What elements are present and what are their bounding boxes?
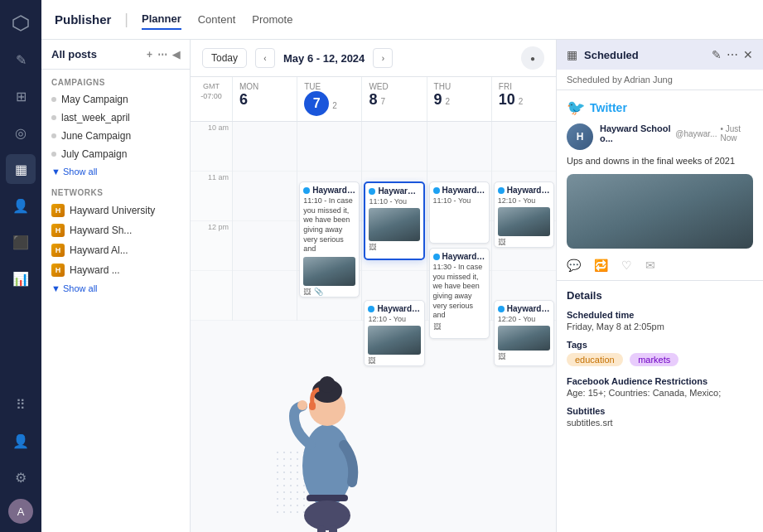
day-cell — [362, 122, 426, 172]
tags-label: Tags — [567, 340, 753, 350]
view-settings[interactable]: ● — [521, 46, 544, 70]
campaign-dot — [51, 133, 56, 138]
day-header-mon: Mon 6 — [232, 77, 297, 121]
network-icon: H — [51, 224, 65, 237]
gmt-label: GMT-07:00 — [191, 77, 232, 121]
panel-close-icon[interactable]: ✕ — [743, 48, 753, 61]
card-title: Hayward Un... — [442, 186, 485, 195]
event-card-thu-1[interactable]: Hayward Un... 11:10 - You — [429, 181, 490, 244]
right-panel: ▦ Scheduled ✎ ⋯ ✕ Scheduled by Adrian Ju… — [556, 40, 763, 532]
tab-content[interactable]: Content — [198, 10, 236, 29]
next-button[interactable]: › — [373, 48, 393, 68]
card-title: Hayward Un... — [312, 186, 355, 195]
calendar-grid: GMT-07:00 Mon 6 Tue 7 2 Wed — [191, 77, 556, 532]
event-card-thu-2[interactable]: Hayward Un... 11:30 - In case you missed… — [429, 248, 490, 339]
time-slot: 11 am — [191, 172, 232, 221]
calendar-area: Today ‹ May 6 - 12, 2024 › ● GMT-07:00 M… — [191, 40, 556, 532]
campaign-dot — [51, 152, 56, 157]
networks-show-all[interactable]: ▼ Show all — [41, 280, 190, 297]
tags-container: education markets — [567, 351, 753, 368]
filter-sidebar: All posts + ⋯ ◀ CAMPAIGNS May Campaign l… — [41, 40, 191, 532]
tweet-time: • Just Now — [720, 124, 753, 143]
calendar-icon[interactable]: ▦ — [6, 154, 36, 184]
panel-more-icon[interactable]: ⋯ — [727, 48, 738, 61]
scheduled-by: Scheduled by Adrian Jung — [557, 70, 763, 90]
logo-icon[interactable] — [6, 8, 36, 38]
network-item[interactable]: H Hayward ... — [41, 260, 190, 280]
campaign-item[interactable]: June Campaign — [41, 127, 190, 145]
tweet-like-icon[interactable]: ♡ — [621, 259, 632, 272]
time-slot: 12 pm — [191, 221, 232, 271]
tab-planner[interactable]: Planner — [142, 9, 181, 30]
card-image-icon: 🖼 — [498, 238, 505, 246]
user-avatar[interactable]: A — [8, 499, 33, 524]
card-title: Hayward Un... — [507, 186, 550, 195]
card-time: 12:20 - You — [498, 315, 550, 323]
panel-title-row: ▦ Scheduled — [567, 48, 639, 61]
grid-icon[interactable]: ⊞ — [6, 81, 36, 111]
settings-icon[interactable]: ⚙ — [6, 462, 36, 492]
tag-education[interactable]: education — [567, 353, 623, 366]
nav-divider: | — [124, 11, 128, 28]
card-footer: 🖼 — [498, 352, 550, 360]
campaign-item[interactable]: July Campaign — [41, 145, 190, 163]
user-icon[interactable]: 👤 — [6, 426, 36, 456]
card-title: Hayward Un... — [377, 304, 420, 313]
filter-header: All posts + ⋯ ◀ — [41, 40, 190, 70]
filter-collapse-icon[interactable]: ◀ — [172, 49, 180, 60]
card-footer: 🖼 — [369, 243, 419, 251]
campaign-item[interactable]: last_week_april — [41, 109, 190, 127]
chart-icon[interactable]: 📊 — [6, 264, 36, 293]
card-image-icon: 🖼 — [303, 288, 311, 296]
panel-edit-icon[interactable]: ✎ — [712, 48, 722, 61]
top-nav: Publisher | Planner Content Promote — [41, 0, 763, 40]
card-image — [369, 208, 419, 241]
network-item[interactable]: H Hayward University — [41, 201, 190, 220]
tweet-retweet-icon[interactable]: 🔁 — [594, 259, 608, 272]
campaign-name: June Campaign — [61, 130, 131, 142]
network-item[interactable]: H Hayward Sh... — [41, 220, 190, 240]
tweet-reply-icon[interactable]: 💬 — [567, 259, 581, 272]
tweet-user-info: Hayward School o... @haywar... • Just No… — [600, 123, 753, 143]
details-title: Details — [567, 289, 753, 302]
day-cell — [427, 122, 491, 172]
event-card-fri-1[interactable]: Hayward Un... 12:10 - You 🖼 — [494, 181, 554, 248]
today-button[interactable]: Today — [202, 48, 247, 68]
tab-promote[interactable]: Promote — [252, 10, 292, 29]
target-icon[interactable]: ◎ — [6, 118, 36, 148]
twitter-header: 🐦 Twitter — [567, 99, 753, 117]
day-header-fri: Fri 10 2 — [491, 77, 556, 121]
date-range: May 6 - 12, 2024 — [283, 52, 365, 65]
people-icon[interactable]: 👤 — [6, 191, 36, 220]
card-footer: 🖼 — [433, 322, 485, 331]
campaign-name: last_week_april — [61, 112, 130, 123]
filter-more-icon[interactable]: ⋯ — [157, 49, 167, 60]
filter-add-icon[interactable]: + — [147, 49, 152, 60]
subtitles-label: Subtitles — [567, 406, 753, 416]
calendar-header: GMT-07:00 Mon 6 Tue 7 2 Wed — [191, 77, 556, 122]
tag-markets[interactable]: markets — [630, 353, 678, 366]
card-footer: 🖼 — [368, 356, 420, 365]
card-image — [368, 326, 420, 355]
tweet-image — [567, 174, 753, 249]
card-image-icon: 🖼 — [369, 243, 376, 251]
event-card-wed-1[interactable]: Hayward Un... 11:10 - You 🖼 — [364, 181, 424, 260]
twitter-dot — [433, 187, 440, 194]
event-card-wed-2[interactable]: Hayward Un... 12:10 - You 🖼 — [364, 300, 424, 366]
campaign-item[interactable]: May Campaign — [41, 90, 190, 109]
event-card-fri-2[interactable]: Hayward Un... 12:20 - You 🖼 — [494, 300, 554, 366]
network-item[interactable]: H Hayward Al... — [41, 240, 190, 260]
network-name: Hayward Al... — [70, 244, 128, 256]
content-area: All posts + ⋯ ◀ CAMPAIGNS May Campaign l… — [41, 40, 763, 532]
compose-icon[interactable]: ✎ — [6, 45, 36, 75]
shield-icon[interactable]: ⬛ — [6, 227, 36, 257]
campaigns-show-all[interactable]: ▼ Show all — [41, 163, 190, 180]
network-icon: H — [51, 244, 65, 257]
apps-icon[interactable]: ⠿ — [6, 389, 36, 419]
scheduled-time-label: Scheduled time — [567, 310, 753, 320]
tweet-share-icon[interactable]: ✉ — [645, 259, 655, 272]
tweet-user-row: H Hayward School o... @haywar... • Just … — [567, 123, 753, 150]
event-card-tue-1[interactable]: Hayward Un... 11:10 - In case you missed… — [299, 181, 360, 297]
prev-button[interactable]: ‹ — [255, 48, 275, 68]
subtitles-row: Subtitles subtitles.srt — [567, 406, 753, 428]
